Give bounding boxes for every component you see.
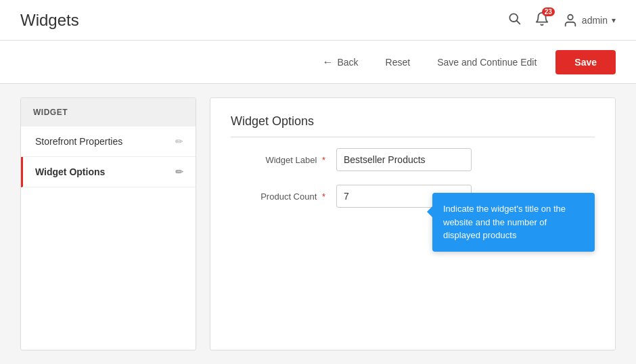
save-continue-button[interactable]: Save and Continue Edit bbox=[429, 51, 545, 73]
notification-button[interactable]: 23 bbox=[535, 12, 549, 29]
widget-label-input[interactable] bbox=[336, 148, 472, 171]
sidebar-item-storefront[interactable]: Storefront Properties ✏ bbox=[21, 127, 196, 157]
svg-point-2 bbox=[568, 14, 572, 19]
widget-label-label: Widget Label * bbox=[231, 155, 325, 165]
sidebar-section-title: WIDGET bbox=[21, 98, 196, 127]
main-content: WIDGET Storefront Properties ✏ Widget Op… bbox=[0, 84, 636, 364]
admin-user-menu[interactable]: admin ▾ bbox=[563, 13, 616, 28]
save-continue-label: Save and Continue Edit bbox=[437, 57, 537, 68]
back-label: Back bbox=[337, 57, 358, 68]
reset-button[interactable]: Reset bbox=[378, 51, 419, 73]
sidebar-item-widget-options-label: Widget Options bbox=[35, 166, 105, 177]
product-count-label: Product Count * bbox=[231, 191, 325, 202]
widget-label-row: Widget Label * bbox=[231, 148, 595, 171]
widget-panel: Widget Options Widget Label * Product Co… bbox=[210, 97, 616, 350]
edit-icon-widget[interactable]: ✏ bbox=[175, 166, 183, 177]
required-star: * bbox=[322, 155, 325, 165]
sidebar-item-widget-options[interactable]: Widget Options ✏ bbox=[21, 157, 196, 187]
sidebar-item-storefront-label: Storefront Properties bbox=[35, 136, 122, 147]
search-button[interactable] bbox=[507, 12, 521, 28]
tooltip-text: Indicate the widget's title on the websi… bbox=[443, 204, 566, 240]
notification-badge: 23 bbox=[542, 7, 555, 16]
required-star-count: * bbox=[322, 191, 325, 202]
widget-panel-title: Widget Options bbox=[231, 114, 595, 137]
save-label: Save bbox=[574, 57, 597, 68]
reset-label: Reset bbox=[386, 57, 411, 68]
toolbar: ← Back Reset Save and Continue Edit Save bbox=[0, 41, 636, 84]
page-title: Widgets bbox=[20, 11, 79, 30]
chevron-down-icon: ▾ bbox=[612, 16, 616, 25]
tooltip-box: Indicate the widget's title on the websi… bbox=[432, 193, 595, 252]
save-button[interactable]: Save bbox=[555, 50, 616, 74]
top-header: Widgets 23 admin ▾ bbox=[0, 0, 636, 41]
edit-icon[interactable]: ✏ bbox=[175, 136, 183, 147]
header-actions: 23 admin ▾ bbox=[507, 12, 616, 29]
back-button[interactable]: ← Back bbox=[314, 51, 366, 74]
svg-line-1 bbox=[517, 21, 520, 24]
admin-label: admin bbox=[582, 15, 608, 26]
back-arrow-icon: ← bbox=[322, 56, 333, 68]
sidebar: WIDGET Storefront Properties ✏ Widget Op… bbox=[20, 97, 196, 350]
